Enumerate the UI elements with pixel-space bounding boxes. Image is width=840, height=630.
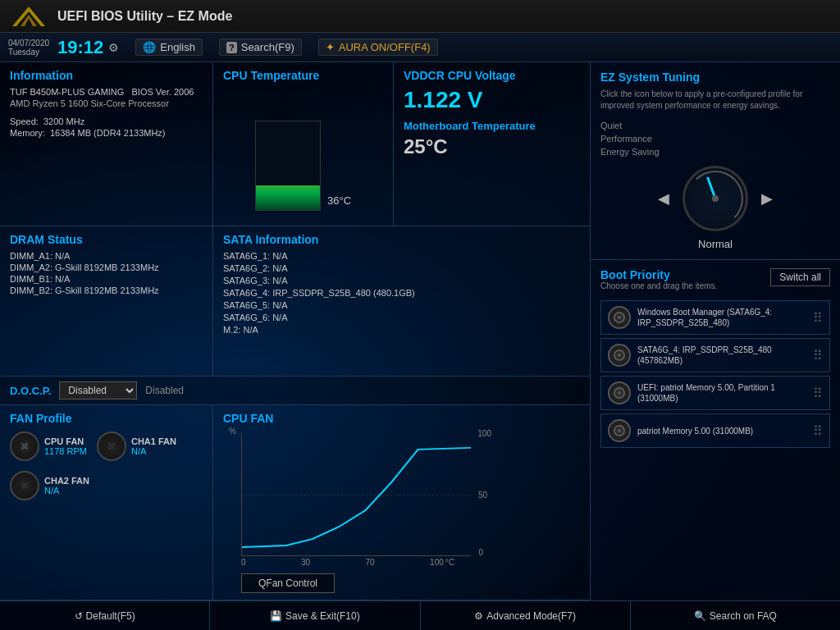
cha1-fan-name: CHA1 FAN [131, 436, 176, 446]
boot-item-3[interactable]: patriot Memory 5.00 (31000MB) ⠿ [600, 413, 830, 448]
chart-wrapper: % 100 50 0 [241, 433, 580, 593]
boot-priority-panel: Boot Priority Choose one and drag the it… [591, 260, 840, 600]
mb-temp-value: 25°C [404, 135, 580, 158]
cpu-temp-panel: CPU Temperature 36°C [213, 62, 394, 226]
ez-gauge[interactable] [682, 166, 748, 231]
fan-profile-panel: FAN Profile [0, 405, 213, 600]
sata-panel: SATA Information SATA6G_1: N/ASATA6G_2: … [213, 226, 590, 376]
dram-title: DRAM Status [10, 233, 203, 246]
language-label: English [160, 41, 195, 53]
sata-row-5: SATA6G_6: N/A [223, 313, 580, 322]
x-label-70: 70 [366, 558, 375, 567]
y-mid-label: 50 [478, 491, 487, 500]
drag-handle-0[interactable]: ⠿ [813, 310, 823, 326]
sata-row-3: SATA6G_4: IRP_SSDPR_S25B_480 (480.1GB) [223, 288, 580, 298]
settings-icon[interactable]: ⚙ [108, 41, 119, 54]
sata-title: SATA Information [223, 233, 580, 246]
switch-all-button[interactable]: Switch all [770, 268, 830, 286]
cha1-fan-blade-icon [102, 436, 121, 456]
qfan-button[interactable]: QFan Control [241, 573, 335, 593]
aura-toggle[interactable]: ✦ AURA ON/OFF(F4) [318, 39, 438, 56]
search-faq-label: Search on FAQ [710, 610, 777, 622]
system-info-panel: Information TUF B450M-PLUS GAMING BIOS V… [0, 62, 213, 226]
advanced-label: Advanced Mode(F7) [486, 610, 576, 622]
sata-row-4: SATA6G_5: N/A [223, 300, 580, 310]
sata-row-2: SATA6G_3: N/A [223, 276, 580, 285]
ez-next-arrow[interactable]: ▶ [756, 186, 778, 211]
temp-gauge: 36°C [223, 87, 383, 219]
ez-prev-arrow[interactable]: ◀ [653, 186, 674, 211]
ez-gauge-area: ◀ ▶ [600, 166, 830, 231]
left-panel: Information TUF B450M-PLUS GAMING BIOS V… [0, 62, 591, 600]
cha1-fan-icon [97, 431, 126, 461]
docp-select[interactable]: Disabled Enabled [59, 381, 137, 399]
profile-energy[interactable]: Energy Saving [600, 146, 830, 158]
fan-blade-icon [15, 436, 34, 456]
boot-items-list: Windows Boot Manager (SATA6G_4: IRP_SSDP… [600, 300, 830, 448]
sata-rows: SATA6G_1: N/ASATA6G_2: N/ASATA6G_3: N/AS… [223, 251, 580, 335]
cha1-fan-item: CHA1 FAN N/A [97, 431, 176, 461]
advanced-mode-button[interactable]: ⚙ Advanced Mode(F7) [421, 601, 631, 630]
sata-row-6: M.2: N/A [223, 325, 580, 335]
profile-quiet[interactable]: Quiet [600, 120, 830, 131]
cha1-fan-info: CHA1 FAN N/A [131, 436, 176, 456]
board-info: TUF B450M-PLUS GAMING BIOS Ver. 2006 [10, 87, 203, 97]
boot-priority-title: Boot Priority [600, 268, 717, 281]
drag-handle-1[interactable]: ⠿ [813, 348, 823, 363]
datetime-bar: 04/07/2020 Tuesday 19:12 ⚙ 🌐 English ? S… [0, 33, 840, 62]
svg-point-12 [618, 429, 621, 432]
disk-icon [614, 312, 625, 323]
fan-profile-title: FAN Profile [10, 412, 203, 425]
drag-handle-3[interactable]: ⠿ [813, 423, 823, 439]
question-icon: ? [226, 42, 237, 53]
boot-item-0[interactable]: Windows Boot Manager (SATA6G_4: IRP_SSDP… [600, 300, 830, 335]
boot-item-2[interactable]: UEFI: patriot Memory 5.00, Partition 1 (… [600, 376, 830, 410]
globe-icon: 🌐 [143, 41, 156, 53]
date-display: 04/07/2020 [8, 39, 49, 48]
svg-point-6 [618, 316, 621, 319]
search-faq-button[interactable]: 🔍 Search on FAQ [631, 601, 840, 630]
boot-priority-desc: Choose one and drag the items. [600, 281, 717, 290]
disk-icon [614, 349, 625, 361]
drive-icon-2 [608, 381, 631, 404]
boot-item-1[interactable]: SATA6G_4: IRP_SSDPR_S25B_480 (457862MB) … [600, 338, 830, 372]
memory-info: Memory: 16384 MB (DDR4 2133MHz) [10, 128, 203, 138]
cpu-temp-title: CPU Temperature [223, 69, 383, 82]
cha2-fan-name: CHA2 FAN [44, 476, 89, 486]
dimm-a1: DIMM_A1: N/A [10, 251, 203, 261]
docp-title: D.O.C.P. [10, 385, 51, 397]
drive-icon-1 [608, 344, 631, 367]
dimm-a2: DIMM_A2: G-Skill 8192MB 2133MHz [10, 262, 203, 272]
y-min-label: 0 [478, 548, 483, 557]
cpu-temp-value: 36°C [327, 194, 351, 207]
time-display: 19:12 [57, 37, 103, 58]
drag-handle-2[interactable]: ⠿ [813, 386, 823, 401]
cpu-info: AMD Ryzen 5 1600 Six-Core Processor [10, 98, 203, 108]
boot-item-text-2: UEFI: patriot Memory 5.00, Partition 1 (… [637, 382, 806, 404]
disk-icon [614, 425, 625, 436]
ez-tuning-desc: Click the icon below to apply a pre-conf… [600, 89, 830, 112]
sata-row-1: SATA6G_2: N/A [223, 263, 580, 273]
default-button[interactable]: ↺ Default(F5) [0, 601, 210, 630]
right-panel: EZ System Tuning Click the icon below to… [591, 62, 840, 600]
svg-point-10 [618, 391, 621, 395]
save-label: Save & Exit(F10) [285, 610, 360, 622]
boot-priority-header: Boot Priority Choose one and drag the it… [600, 268, 830, 297]
mb-temp-title: Motherboard Temperature [404, 120, 580, 132]
profile-performance[interactable]: Performance [600, 133, 830, 144]
chart-line [242, 448, 471, 547]
search-nav-item[interactable]: ? Search(F9) [219, 39, 302, 56]
language-selector[interactable]: 🌐 English [135, 39, 203, 56]
cha2-fan-blade-icon [15, 476, 34, 495]
disk-icon [614, 387, 625, 399]
voltage-panel: VDDCR CPU Voltage 1.122 V Motherboard Te… [394, 62, 590, 226]
save-exit-button[interactable]: 💾 Save & Exit(F10) [210, 601, 420, 630]
chart-x-labels: 0 30 70 100 °C [241, 558, 454, 567]
sata-row-0: SATA6G_1: N/A [223, 251, 580, 261]
boot-item-text-1: SATA6G_4: IRP_SSDPR_S25B_480 (457862MB) [637, 345, 806, 366]
gauge-dot [712, 195, 719, 202]
default-icon: ↺ [75, 610, 83, 622]
cpu-fan-chart-title: CPU FAN [223, 412, 580, 425]
cha2-fan-rpm: N/A [44, 486, 89, 495]
voltage-title: VDDCR CPU Voltage [404, 69, 580, 82]
